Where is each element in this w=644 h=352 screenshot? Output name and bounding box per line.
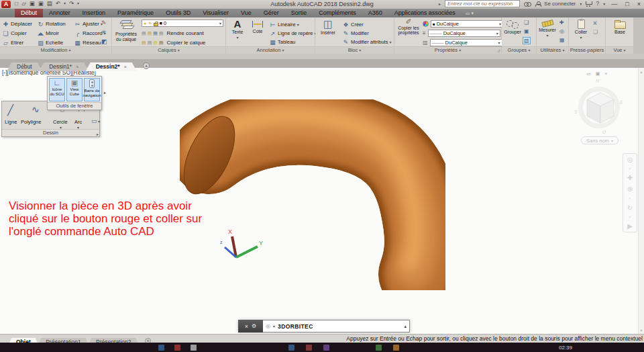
app-store-cart-icon[interactable] [586,1,592,6]
compass-e-label[interactable]: E [620,100,623,105]
view-cube-toggle-button[interactable]: ▣ View Cube [66,78,83,101]
help-icon[interactable]: ? [596,1,599,7]
command-customize-icon[interactable]: ◎ [266,323,270,329]
sign-in-caret-icon[interactable]: ▾ [580,2,582,6]
layer-tool-icon[interactable]: ▤ [159,40,164,45]
base-view-button[interactable]: Base [611,19,629,35]
dialog-launcher-icon[interactable]: ◿ [497,49,500,52]
tab-sortie[interactable]: Sortie [285,9,313,17]
panel-title-groupes[interactable]: Groupes ▾ [502,46,536,54]
command-line-grip[interactable]: × ⚙ [238,320,263,333]
panel-title-modification[interactable]: Modification ▾ [0,46,111,54]
tab-insertion[interactable]: Insertion [76,9,112,17]
panel-title-bloc[interactable]: Bloc ▾ [315,46,394,54]
dropdown-caret-icon[interactable]: ▾ [98,119,100,124]
match-properties-button[interactable]: ✐ Copier les propriétés [396,19,421,36]
object-color-select[interactable]: ■DuCalque▾ [431,20,503,28]
sign-in-label[interactable]: Se connecter [544,1,576,7]
polyline-tool-label[interactable]: Polyligne [21,119,41,125]
navigation-bar-toggle-button[interactable]: Barre de navigation [84,78,100,101]
taskbar-app-icon[interactable] [191,345,197,351]
tab-vue[interactable]: Vue [235,9,258,17]
panel-title-presse-papiers[interactable]: Presse-papiers [569,46,605,54]
point-icon[interactable]: ◎ [559,28,564,34]
tool-etirer[interactable]: ▱Etirer [2,40,37,46]
polyline-tool-icon[interactable]: ∿ [32,104,40,115]
minimize-button[interactable]: — [609,1,619,7]
close-button[interactable]: × [635,1,643,7]
erase-icon[interactable]: ✎ [101,19,107,26]
layer-tool-icon[interactable]: ▤ [153,31,158,36]
maximize-button[interactable]: □ [623,1,631,7]
dimension-button[interactable]: Cote [249,19,266,34]
tab-parametrique[interactable]: Paramétrique [111,9,160,17]
text-button[interactable]: A Texte ▾ [229,19,246,40]
measure-button[interactable]: Mesurer ▾ [538,19,557,38]
paste-button[interactable]: Coller ▾ [572,19,590,40]
copy-clip-icon[interactable]: ❏ [593,29,598,35]
tool-ajuster[interactable]: ✂Ajuster▾ [74,21,103,28]
orbit-icon[interactable]: ↻ [627,204,633,212]
lineweight-select[interactable]: ———DuCalque▾ [428,30,500,37]
panel-title-utilitaires[interactable]: Utilitaires ▾ [537,46,568,54]
cut-icon[interactable]: × [593,19,597,27]
taskbar-app-icon[interactable] [306,345,312,351]
zoom-icon[interactable]: ⊕ [627,185,633,193]
taskbar-app-icon[interactable] [323,345,329,351]
dropdown-caret-icon[interactable]: ▾ [629,196,631,200]
linear-dim-button[interactable]: ⊢Linéaire▾ [269,21,299,28]
panel-title-calques[interactable]: Calques ▾ [112,46,225,54]
dropdown-caret-icon[interactable]: ▾ [629,215,631,219]
edit-attributes-button[interactable]: ✎Modifier attributs▾ [342,39,391,46]
tool-copier[interactable]: ❏Copier [2,30,37,37]
close-tab-icon[interactable]: × [124,62,127,71]
expand-panel-caret-icon[interactable]: ▸ [104,90,106,95]
group-edit-icon[interactable]: ▣ [524,28,529,34]
table-button[interactable]: ▦Tableau [269,39,295,46]
group-button[interactable]: Grouper [504,19,521,35]
taskbar-app-icon[interactable] [174,345,180,351]
dropdown-caret-icon[interactable]: ▾ [629,167,631,171]
tab-applications-associees[interactable]: Applications associées [388,9,462,17]
compass-s-label[interactable]: S [574,109,578,114]
scroll-down-icon[interactable]: ▾ [639,328,644,333]
layer-select[interactable]: ● ☀ ■ 0 ▾ [142,19,223,27]
panel-title-outils-fenetre[interactable]: Outils de fenêtre [48,102,101,109]
make-current-button[interactable]: Rendre courant [167,30,204,36]
arc-tool-label[interactable]: Arc [74,119,82,125]
id-point-icon[interactable]: ✚ [559,19,564,26]
layer-tool-icon[interactable]: ▤ [159,31,164,36]
drawing-viewport[interactable]: [-][Isométrique orientée SO][Réaliste] V… [0,68,644,334]
layer-tool-icon[interactable]: ▤ [148,40,152,45]
copy-layer-button[interactable]: Copier le calque [167,40,206,46]
show-motion-icon[interactable]: ▶ [627,222,633,230]
file-tab-dessin1[interactable]: Dessin1*× [39,62,89,71]
layer-tool-icon[interactable]: ▤ [153,40,158,45]
view-cube-cube[interactable] [586,92,614,124]
tool-rotation[interactable]: ↻Rotation [37,21,74,28]
insert-block-button[interactable]: ◫ Insérer [318,19,338,36]
file-tab-start[interactable]: Début [7,62,42,71]
command-close-icon[interactable]: × [245,323,248,330]
tab-gerer[interactable]: Gérer [258,9,285,17]
file-tab-dessin2[interactable]: Dessin2*× [86,62,137,71]
tab-visualiser[interactable]: Visualiser [197,9,235,17]
taskbar-app-icon[interactable] [376,345,382,351]
taskbar-app-icon[interactable] [158,345,164,351]
line-tool-label[interactable]: Ligne [5,119,17,125]
quick-calc-icon[interactable]: ▦ [559,37,565,43]
command-tools-icon[interactable]: ⚙ [252,323,256,329]
tab-a360[interactable]: A360 [362,9,388,17]
layer-tool-icon[interactable]: ▤ [142,40,146,45]
panel-title-annotation[interactable]: Annotation ▾ [226,46,315,54]
compass-o-label[interactable]: O [602,130,606,134]
viewport-restore-icon[interactable]: ▭ [586,71,591,77]
search-binoculars-icon[interactable] [524,2,531,6]
steering-wheel-icon[interactable]: ◎ [627,156,633,163]
tool-reseau[interactable]: ▦Réseau▾ [74,40,105,46]
tool-echelle[interactable]: ▧Echelle [37,40,74,46]
tab-complements[interactable]: Compléments [313,9,362,17]
tool-miroir[interactable]: ◢◣Miroir [37,30,74,36]
view-cube[interactable]: N E S O [576,80,624,142]
explode-icon[interactable]: ✳ [101,29,107,36]
